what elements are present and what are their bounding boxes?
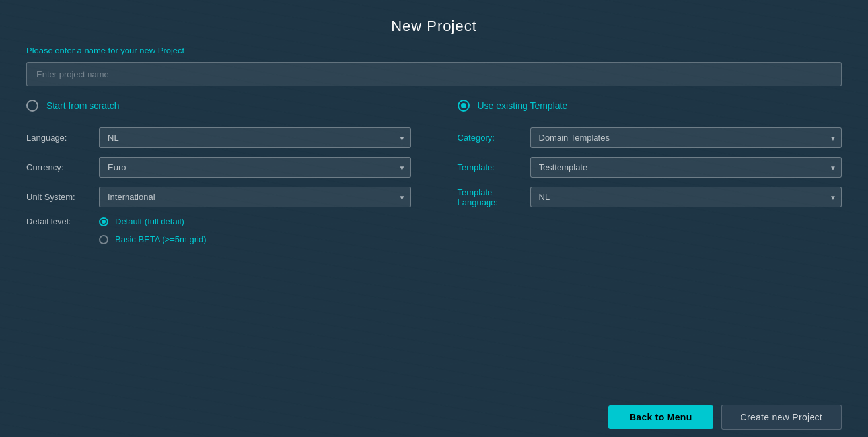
detail-level-label: Detail level: [26, 217, 99, 244]
category-label: Category: [458, 133, 530, 143]
unit-system-select[interactable]: International Imperial [99, 187, 411, 207]
back-to-menu-button[interactable]: Back to Menu [608, 405, 713, 429]
detail-option-basic[interactable]: Basic BETA (>=5m grid) [99, 234, 206, 244]
right-column: Use existing Template Category: Domain T… [431, 100, 842, 395]
start-scratch-radio[interactable] [26, 100, 38, 112]
category-field: Category: Domain Templates User Template… [458, 127, 842, 148]
template-language-label: Template Language: [458, 187, 530, 207]
columns-row: Start from scratch Language: NL EN DE FR… [13, 100, 855, 395]
template-lang-select[interactable]: NL EN DE [530, 187, 842, 207]
use-template-radio[interactable] [458, 100, 470, 112]
category-select[interactable]: Domain Templates User Templates [530, 127, 842, 148]
currency-field: Currency: Euro USD GBP ▼ [26, 157, 411, 178]
template-select-wrapper: Testtemplate Default ▼ [530, 157, 842, 178]
detail-radio-default[interactable] [99, 217, 108, 226]
language-field: Language: NL EN DE FR ▼ [26, 127, 411, 148]
language-label: Language: [26, 133, 99, 143]
create-project-button[interactable]: Create new Project [721, 405, 842, 430]
currency-select[interactable]: Euro USD GBP [99, 157, 411, 178]
use-template-label: Use existing Template [478, 100, 568, 111]
left-column: Start from scratch Language: NL EN DE FR… [26, 100, 431, 395]
template-select[interactable]: Testtemplate Default [530, 157, 842, 178]
use-template-option[interactable]: Use existing Template [458, 100, 842, 112]
detail-level-field: Detail level: Default (full detail) Basi… [26, 217, 411, 244]
detail-option-basic-label: Basic BETA (>=5m grid) [115, 234, 206, 244]
detail-option-default-label: Default (full detail) [115, 217, 184, 226]
template-field: Template: Testtemplate Default ▼ [458, 157, 842, 178]
subtitle-text: Please enter a name for your new Project [13, 46, 855, 55]
unit-system-select-wrapper: International Imperial ▼ [99, 187, 411, 207]
template-language-field: Template Language: NL EN DE ▼ [458, 187, 842, 207]
project-name-row [13, 62, 855, 86]
unit-system-label: Unit System: [26, 192, 99, 202]
page-container: New Project Please enter a name for your… [0, 2, 868, 437]
detail-options: Default (full detail) Basic BETA (>=5m g… [99, 217, 206, 244]
currency-label: Currency: [26, 162, 99, 172]
start-from-scratch-option[interactable]: Start from scratch [26, 100, 411, 112]
currency-select-wrapper: Euro USD GBP ▼ [99, 157, 411, 178]
detail-option-default[interactable]: Default (full detail) [99, 217, 206, 226]
template-label: Template: [458, 162, 530, 172]
template-lang-select-wrapper: NL EN DE ▼ [530, 187, 842, 207]
bottom-bar: Back to Menu Create new Project [13, 395, 855, 437]
project-name-input[interactable] [26, 62, 842, 86]
detail-radio-basic[interactable] [99, 235, 108, 244]
language-select-wrapper: NL EN DE FR ▼ [99, 127, 411, 148]
page-title: New Project [391, 18, 477, 34]
language-select[interactable]: NL EN DE FR [99, 127, 411, 148]
start-scratch-label: Start from scratch [46, 100, 119, 111]
category-select-wrapper: Domain Templates User Templates ▼ [530, 127, 842, 148]
unit-system-field: Unit System: International Imperial ▼ [26, 187, 411, 207]
title-bar: New Project [13, 2, 855, 46]
